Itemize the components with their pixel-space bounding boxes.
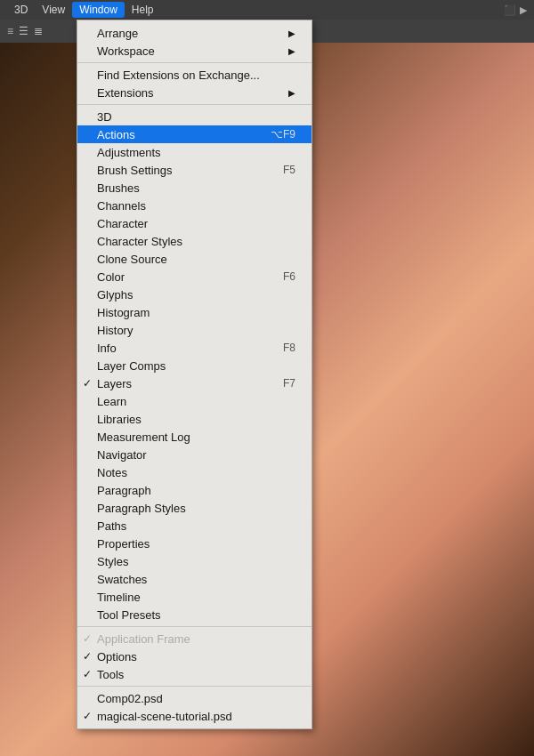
menu-item-application-frame[interactable]: ✓ Application Frame [77, 630, 312, 647]
menu-item-magical-scene[interactable]: ✓ magical-scene-tutorial.psd [77, 707, 312, 725]
menu-item-find-extensions[interactable]: Find Extensions on Exchange... [77, 66, 312, 84]
window-menu-dropdown: Arrange ▶ Workspace ▶ Find Extensions on… [77, 20, 312, 729]
options-checkmark: ✓ [83, 650, 92, 663]
tools-checkmark: ✓ [83, 668, 92, 680]
menu-item-3d[interactable]: 3D [77, 108, 312, 125]
color-shortcut: F6 [283, 270, 295, 283]
actions-shortcut: ⌥F9 [271, 128, 295, 141]
brush-settings-shortcut: F5 [283, 164, 295, 176]
menu-window[interactable]: Window [72, 2, 125, 18]
menu-item-swatches[interactable]: Swatches [77, 570, 312, 588]
menu-item-notes[interactable]: Notes [77, 463, 312, 481]
arrow-icon: ▶ [288, 88, 295, 98]
menu-item-adjustments[interactable]: Adjustments [77, 143, 312, 161]
menu-item-actions[interactable]: Actions ⌥F9 [77, 125, 312, 143]
menu-help[interactable]: Help [125, 2, 161, 18]
menu-item-options[interactable]: ✓ Options [77, 647, 312, 665]
menu-item-channels[interactable]: Channels [77, 197, 312, 214]
separator-2 [77, 104, 312, 105]
menu-item-navigator[interactable]: Navigator [77, 446, 312, 463]
menu-item-character-styles[interactable]: Character Styles [77, 232, 312, 250]
menu-item-learn[interactable]: Learn [77, 392, 312, 410]
layers-checkmark: ✓ [83, 377, 92, 390]
menu-item-layer-comps[interactable]: Layer Comps [77, 357, 312, 374]
app-frame-checkmark: ✓ [83, 632, 92, 645]
menu-item-character[interactable]: Character [77, 214, 312, 232]
menu-item-arrange[interactable]: Arrange ▶ [77, 24, 312, 42]
menu-item-history[interactable]: History [77, 321, 312, 339]
menu-item-histogram[interactable]: Histogram [77, 303, 312, 321]
menu-item-tool-presets[interactable]: Tool Presets [77, 606, 312, 623]
align-left-icon[interactable]: ≡ [7, 25, 13, 37]
menu-item-properties[interactable]: Properties [77, 535, 312, 552]
menu-view[interactable]: View [35, 2, 72, 18]
menu-item-glyphs[interactable]: Glyphs [77, 286, 312, 303]
menu-item-timeline[interactable]: Timeline [77, 588, 312, 606]
menu-item-styles[interactable]: Styles [77, 552, 312, 570]
arrow-icon: ▶ [288, 46, 295, 56]
separator-1 [77, 62, 312, 63]
menu-item-comp02[interactable]: Comp02.psd [77, 689, 312, 707]
align-right-icon[interactable]: ≣ [34, 25, 43, 37]
menu-item-paragraph[interactable]: Paragraph [77, 481, 312, 499]
align-center-icon[interactable]: ☰ [19, 25, 28, 37]
menu-item-brushes[interactable]: Brushes [77, 179, 312, 197]
menu-item-brush-settings[interactable]: Brush Settings F5 [77, 161, 312, 179]
menu-item-libraries[interactable]: Libraries [77, 410, 312, 428]
menu-item-extensions[interactable]: Extensions ▶ [77, 84, 312, 101]
layers-shortcut: F7 [283, 377, 295, 390]
menu-item-measurement-log[interactable]: Measurement Log [77, 428, 312, 446]
menu-item-tools[interactable]: ✓ Tools [77, 665, 312, 683]
menu-item-color[interactable]: Color F6 [77, 268, 312, 286]
menu-item-paragraph-styles[interactable]: Paragraph Styles [77, 499, 312, 517]
menubar: 3D View Window Help ⬛ ▶ [0, 0, 534, 20]
info-shortcut: F8 [283, 342, 295, 354]
arrow-icon: ▶ [288, 28, 295, 38]
menu-item-layers[interactable]: ✓ Layers F7 [77, 374, 312, 392]
camera-icon: ⬛ [504, 4, 516, 16]
magical-scene-checkmark: ✓ [83, 710, 92, 722]
menu-item-info[interactable]: Info F8 [77, 339, 312, 357]
menu-item-clone-source[interactable]: Clone Source [77, 250, 312, 268]
video-icon: ▶ [520, 4, 527, 16]
menubar-right-icons: ⬛ ▶ [504, 4, 527, 16]
separator-4 [77, 686, 312, 687]
menu-item-workspace[interactable]: Workspace ▶ [77, 42, 312, 60]
menu-item-paths[interactable]: Paths [77, 517, 312, 535]
menu-3d[interactable]: 3D [7, 2, 35, 18]
separator-3 [77, 626, 312, 627]
